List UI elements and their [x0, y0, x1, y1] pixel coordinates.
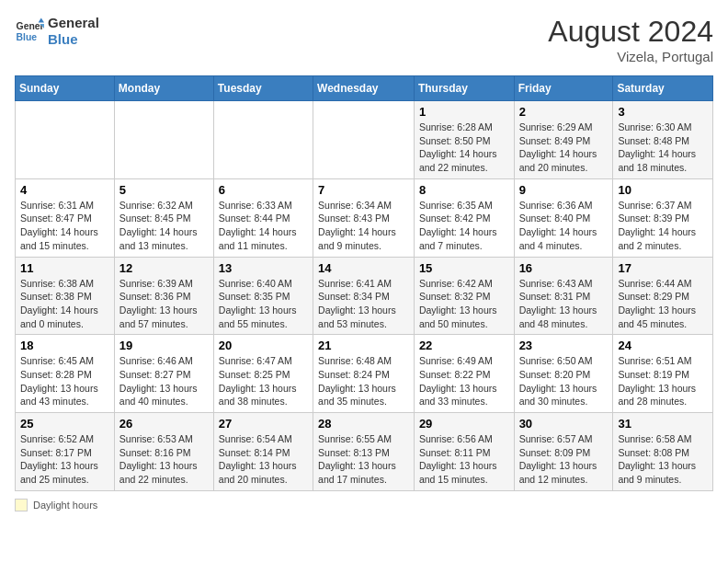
- day-number: 14: [318, 261, 409, 275]
- day-info: Sunrise: 6:39 AM Sunset: 8:36 PM Dayligh…: [119, 277, 209, 331]
- day-info: Sunrise: 6:53 AM Sunset: 8:16 PM Dayligh…: [119, 432, 209, 487]
- day-info: Sunrise: 6:31 AM Sunset: 8:47 PM Dayligh…: [20, 199, 109, 253]
- day-number: 15: [419, 261, 509, 275]
- title-block: August 2024 Vizela, Portugal: [548, 15, 713, 64]
- day-info: Sunrise: 6:58 AM Sunset: 8:08 PM Dayligh…: [618, 432, 708, 487]
- calendar-cell: 4Sunrise: 6:31 AM Sunset: 8:47 PM Daylig…: [16, 178, 115, 257]
- day-number: 30: [519, 417, 609, 431]
- calendar-cell: 5Sunrise: 6:32 AM Sunset: 8:45 PM Daylig…: [114, 178, 213, 257]
- day-number: 11: [20, 261, 109, 275]
- day-number: 9: [519, 183, 609, 197]
- day-number: 28: [318, 417, 409, 431]
- day-number: 1: [419, 105, 509, 119]
- calendar-cell: 3Sunrise: 6:30 AM Sunset: 8:48 PM Daylig…: [613, 101, 713, 179]
- day-info: Sunrise: 6:52 AM Sunset: 8:17 PM Dayligh…: [20, 432, 109, 487]
- calendar-cell: 1Sunrise: 6:28 AM Sunset: 8:50 PM Daylig…: [414, 101, 514, 179]
- day-number: 17: [618, 261, 708, 275]
- calendar-cell: 16Sunrise: 6:43 AM Sunset: 8:31 PM Dayli…: [514, 257, 613, 335]
- week-row: 4Sunrise: 6:31 AM Sunset: 8:47 PM Daylig…: [16, 178, 713, 257]
- day-info: Sunrise: 6:34 AM Sunset: 8:43 PM Dayligh…: [318, 199, 409, 253]
- day-number: 27: [219, 417, 308, 431]
- calendar-body: 1Sunrise: 6:28 AM Sunset: 8:50 PM Daylig…: [16, 101, 713, 491]
- calendar-cell: 13Sunrise: 6:40 AM Sunset: 8:35 PM Dayli…: [213, 257, 313, 335]
- day-info: Sunrise: 6:30 AM Sunset: 8:48 PM Dayligh…: [618, 121, 708, 175]
- calendar-cell: 2Sunrise: 6:29 AM Sunset: 8:49 PM Daylig…: [514, 101, 613, 179]
- calendar-cell: [213, 101, 313, 179]
- day-info: Sunrise: 6:28 AM Sunset: 8:50 PM Dayligh…: [419, 121, 509, 175]
- daylight-label: Daylight hours: [33, 500, 97, 511]
- logo-icon: General Blue: [15, 17, 44, 46]
- calendar-cell: 22Sunrise: 6:49 AM Sunset: 8:22 PM Dayli…: [414, 335, 514, 413]
- calendar-cell: 26Sunrise: 6:53 AM Sunset: 8:16 PM Dayli…: [114, 413, 213, 491]
- day-number: 22: [419, 339, 509, 352]
- day-info: Sunrise: 6:35 AM Sunset: 8:42 PM Dayligh…: [419, 199, 509, 253]
- logo-general: General: [48, 15, 99, 31]
- calendar-cell: 14Sunrise: 6:41 AM Sunset: 8:34 PM Dayli…: [313, 257, 415, 335]
- day-info: Sunrise: 6:57 AM Sunset: 8:09 PM Dayligh…: [519, 432, 609, 487]
- day-info: Sunrise: 6:41 AM Sunset: 8:34 PM Dayligh…: [318, 277, 409, 331]
- day-info: Sunrise: 6:33 AM Sunset: 8:44 PM Dayligh…: [219, 199, 308, 253]
- calendar-cell: 11Sunrise: 6:38 AM Sunset: 8:38 PM Dayli…: [16, 257, 115, 335]
- day-info: Sunrise: 6:47 AM Sunset: 8:25 PM Dayligh…: [219, 354, 308, 408]
- day-number: 7: [318, 183, 409, 197]
- logo: General Blue General Blue: [15, 15, 99, 48]
- svg-text:Blue: Blue: [17, 32, 38, 42]
- col-header-tuesday: Tuesday: [213, 76, 313, 101]
- col-header-sunday: Sunday: [16, 76, 115, 101]
- day-info: Sunrise: 6:56 AM Sunset: 8:11 PM Dayligh…: [419, 432, 509, 487]
- logo-blue: Blue: [48, 31, 99, 48]
- day-info: Sunrise: 6:45 AM Sunset: 8:28 PM Dayligh…: [20, 354, 109, 408]
- day-info: Sunrise: 6:36 AM Sunset: 8:40 PM Dayligh…: [519, 199, 609, 253]
- day-number: 23: [519, 339, 609, 352]
- calendar-header-row: SundayMondayTuesdayWednesdayThursdayFrid…: [16, 76, 713, 101]
- day-number: 24: [618, 339, 708, 352]
- calendar-table: SundayMondayTuesdayWednesdayThursdayFrid…: [15, 75, 713, 491]
- calendar-cell: 8Sunrise: 6:35 AM Sunset: 8:42 PM Daylig…: [414, 178, 514, 257]
- day-info: Sunrise: 6:43 AM Sunset: 8:31 PM Dayligh…: [519, 277, 609, 331]
- calendar-cell: 7Sunrise: 6:34 AM Sunset: 8:43 PM Daylig…: [313, 178, 415, 257]
- calendar-cell: 15Sunrise: 6:42 AM Sunset: 8:32 PM Dayli…: [414, 257, 514, 335]
- day-info: Sunrise: 6:55 AM Sunset: 8:13 PM Dayligh…: [318, 432, 409, 487]
- calendar-cell: 23Sunrise: 6:50 AM Sunset: 8:20 PM Dayli…: [514, 335, 613, 413]
- day-number: 20: [219, 339, 308, 352]
- day-info: Sunrise: 6:50 AM Sunset: 8:20 PM Dayligh…: [519, 354, 609, 408]
- col-header-friday: Friday: [514, 76, 613, 101]
- day-number: 25: [20, 417, 109, 431]
- day-number: 13: [219, 261, 308, 275]
- week-row: 11Sunrise: 6:38 AM Sunset: 8:38 PM Dayli…: [16, 257, 713, 335]
- day-number: 19: [119, 339, 209, 352]
- calendar-cell: 27Sunrise: 6:54 AM Sunset: 8:14 PM Dayli…: [213, 413, 313, 491]
- calendar-cell: 24Sunrise: 6:51 AM Sunset: 8:19 PM Dayli…: [613, 335, 713, 413]
- day-number: 2: [519, 105, 609, 119]
- day-info: Sunrise: 6:32 AM Sunset: 8:45 PM Dayligh…: [119, 199, 209, 253]
- calendar-cell: 28Sunrise: 6:55 AM Sunset: 8:13 PM Dayli…: [313, 413, 415, 491]
- day-number: 16: [519, 261, 609, 275]
- month-year: August 2024: [548, 15, 713, 49]
- day-number: 29: [419, 417, 509, 431]
- day-info: Sunrise: 6:44 AM Sunset: 8:29 PM Dayligh…: [618, 277, 708, 331]
- calendar-cell: 9Sunrise: 6:36 AM Sunset: 8:40 PM Daylig…: [514, 178, 613, 257]
- calendar-cell: 21Sunrise: 6:48 AM Sunset: 8:24 PM Dayli…: [313, 335, 415, 413]
- svg-text:General: General: [17, 21, 44, 31]
- calendar-cell: 20Sunrise: 6:47 AM Sunset: 8:25 PM Dayli…: [213, 335, 313, 413]
- calendar-cell: 19Sunrise: 6:46 AM Sunset: 8:27 PM Dayli…: [114, 335, 213, 413]
- day-number: 10: [618, 183, 708, 197]
- calendar-cell: 10Sunrise: 6:37 AM Sunset: 8:39 PM Dayli…: [613, 178, 713, 257]
- day-info: Sunrise: 6:54 AM Sunset: 8:14 PM Dayligh…: [219, 432, 308, 487]
- week-row: 18Sunrise: 6:45 AM Sunset: 8:28 PM Dayli…: [16, 335, 713, 413]
- calendar-cell: 17Sunrise: 6:44 AM Sunset: 8:29 PM Dayli…: [613, 257, 713, 335]
- day-info: Sunrise: 6:46 AM Sunset: 8:27 PM Dayligh…: [119, 354, 209, 408]
- day-info: Sunrise: 6:42 AM Sunset: 8:32 PM Dayligh…: [419, 277, 509, 331]
- calendar-cell: 29Sunrise: 6:56 AM Sunset: 8:11 PM Dayli…: [414, 413, 514, 491]
- calendar-cell: 12Sunrise: 6:39 AM Sunset: 8:36 PM Dayli…: [114, 257, 213, 335]
- day-info: Sunrise: 6:37 AM Sunset: 8:39 PM Dayligh…: [618, 199, 708, 253]
- week-row: 25Sunrise: 6:52 AM Sunset: 8:17 PM Dayli…: [16, 413, 713, 491]
- calendar-cell: 31Sunrise: 6:58 AM Sunset: 8:08 PM Dayli…: [613, 413, 713, 491]
- day-number: 8: [419, 183, 509, 197]
- day-info: Sunrise: 6:49 AM Sunset: 8:22 PM Dayligh…: [419, 354, 509, 408]
- calendar-cell: 30Sunrise: 6:57 AM Sunset: 8:09 PM Dayli…: [514, 413, 613, 491]
- footer: Daylight hours: [15, 499, 713, 511]
- col-header-wednesday: Wednesday: [313, 76, 415, 101]
- day-info: Sunrise: 6:51 AM Sunset: 8:19 PM Dayligh…: [618, 354, 708, 408]
- calendar-cell: [313, 101, 415, 179]
